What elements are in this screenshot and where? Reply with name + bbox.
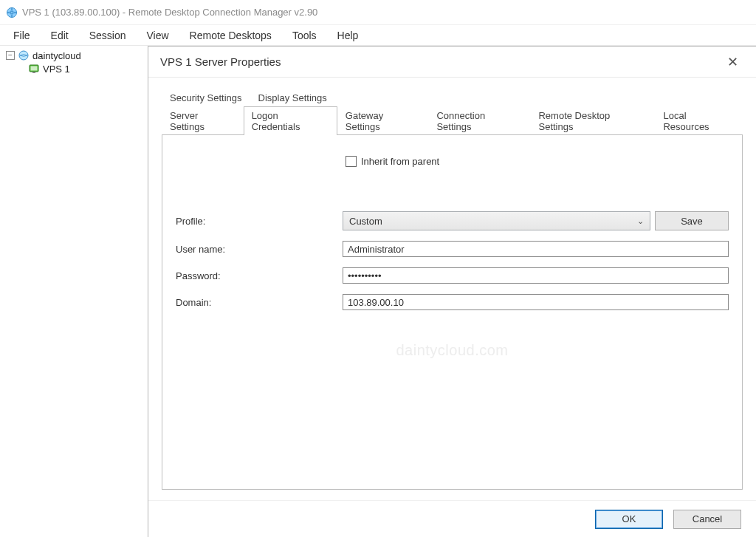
group-icon xyxy=(18,49,30,61)
profile-select[interactable]: Custom ⌄ xyxy=(343,211,650,230)
domain-row: Domain: 103.89.00.10 xyxy=(176,294,729,310)
profile-label: Profile: xyxy=(176,216,343,227)
profile-row: Profile: Custom ⌄ Save xyxy=(176,211,729,230)
close-button[interactable]: ✕ xyxy=(721,51,744,73)
inherit-label: Inherit from parent xyxy=(361,156,439,167)
password-label: Password: xyxy=(176,270,343,281)
save-profile-button[interactable]: Save xyxy=(655,211,729,230)
tab-server-settings[interactable]: Server Settings xyxy=(162,106,244,135)
username-value: Administrator xyxy=(348,244,405,255)
logon-credentials-panel: Inherit from parent Profile: Custom ⌄ Sa… xyxy=(162,134,743,490)
domain-value: 103.89.00.10 xyxy=(348,297,404,308)
menu-edit[interactable]: Edit xyxy=(41,27,79,44)
app-icon xyxy=(6,7,18,18)
domain-label: Domain: xyxy=(176,297,343,308)
tree-root[interactable]: − daintycloud xyxy=(3,49,145,62)
tab-gateway-settings[interactable]: Gateway Settings xyxy=(337,106,429,135)
domain-input[interactable]: 103.89.00.10 xyxy=(343,294,729,310)
menu-view[interactable]: View xyxy=(137,27,179,44)
dialog-footer: OK Cancel xyxy=(148,500,756,537)
chevron-down-icon: ⌄ xyxy=(637,216,644,226)
inherit-row: Inherit from parent xyxy=(346,156,729,167)
window-titlebar: VPS 1 (103.89.00.100) - Remote Desktop C… xyxy=(0,0,756,25)
username-input[interactable]: Administrator xyxy=(343,241,729,257)
dialog-body: Security Settings Display Settings Serve… xyxy=(148,78,756,500)
inherit-checkbox[interactable] xyxy=(346,156,357,167)
tab-display-settings[interactable]: Display Settings xyxy=(250,89,335,106)
password-input[interactable]: •••••••••• xyxy=(343,267,729,284)
tab-local-resources[interactable]: Local Resources xyxy=(655,106,743,135)
cancel-button[interactable]: Cancel xyxy=(673,510,741,529)
username-row: User name: Administrator xyxy=(176,241,729,257)
menu-file[interactable]: File xyxy=(3,27,41,44)
tree-item-vps1[interactable]: VPS 1 xyxy=(3,62,145,75)
menu-tools[interactable]: Tools xyxy=(282,27,327,44)
menubar: File Edit Session View Remote Desktops T… xyxy=(0,25,756,46)
password-row: Password: •••••••••• xyxy=(176,267,729,284)
menu-remote-desktops[interactable]: Remote Desktops xyxy=(179,27,282,44)
profile-value: Custom xyxy=(349,216,382,227)
server-icon xyxy=(28,63,40,75)
tree-collapse-icon[interactable]: − xyxy=(6,51,15,60)
server-properties-dialog: VPS 1 Server Properties ✕ Security Setti… xyxy=(148,46,756,537)
password-value: •••••••••• xyxy=(348,270,382,281)
svg-rect-4 xyxy=(32,72,35,73)
dialog-header: VPS 1 Server Properties ✕ xyxy=(148,47,756,78)
username-label: User name: xyxy=(176,244,343,255)
tab-connection-settings[interactable]: Connection Settings xyxy=(428,106,530,135)
window-title: VPS 1 (103.89.00.100) - Remote Desktop C… xyxy=(22,7,317,18)
tab-security-settings[interactable]: Security Settings xyxy=(162,89,250,106)
watermark-text: daintycloud.com xyxy=(396,342,508,359)
menu-session[interactable]: Session xyxy=(79,27,137,44)
tab-logon-credentials[interactable]: Logon Credentials xyxy=(244,106,337,135)
tree-root-label: daintycloud xyxy=(32,50,81,61)
dialog-tabs: Security Settings Display Settings Serve… xyxy=(162,88,743,134)
svg-point-0 xyxy=(7,7,17,17)
tree-item-label: VPS 1 xyxy=(43,64,70,75)
ok-button[interactable]: OK xyxy=(595,510,663,529)
menu-help[interactable]: Help xyxy=(327,27,369,44)
dialog-title: VPS 1 Server Properties xyxy=(160,55,281,68)
tab-remote-desktop-settings[interactable]: Remote Desktop Settings xyxy=(530,106,655,135)
server-tree[interactable]: − daintycloud VPS 1 xyxy=(0,46,148,537)
svg-rect-3 xyxy=(31,66,38,71)
